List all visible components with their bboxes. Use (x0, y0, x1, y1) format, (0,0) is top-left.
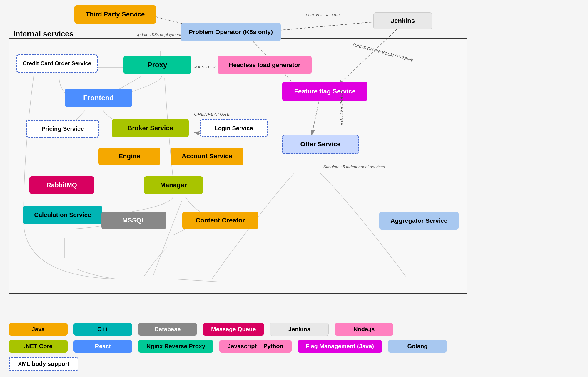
third-party-service-node[interactable]: Third Party Service (74, 5, 156, 24)
legend-net-core: .NET Core (9, 340, 68, 353)
updates-k8s-annotation: Updates K8s deployment (135, 32, 181, 37)
legend-react: React (74, 340, 132, 353)
simulates-annotation: Simulates 5 independent services (323, 165, 385, 169)
diagram-container: Internal services Third Party Service Je… (0, 0, 588, 377)
mssql-node[interactable]: MSSQL (101, 212, 166, 229)
legend-nginx: Nginx Reverse Proxy (138, 340, 213, 353)
openfeature-top-annotation: OPENFEATURE (306, 12, 342, 17)
legend-js-python: Javascript + Python (219, 340, 292, 353)
headless-load-generator-node[interactable]: Headless load generator (218, 56, 312, 74)
legend-database: Database (138, 323, 197, 336)
legend-row-2: .NET Core React Nginx Reverse Proxy Java… (9, 340, 447, 353)
internal-services-box (9, 38, 467, 294)
offer-service-node[interactable]: Offer Service (282, 135, 359, 154)
engine-node[interactable]: Engine (98, 148, 160, 165)
legend-flag-mgmt: Flag Management (Java) (298, 340, 382, 353)
legend-nodejs: Node.js (335, 323, 393, 336)
manager-node[interactable]: Manager (144, 176, 203, 194)
problem-operator-node[interactable]: Problem Operator (K8s only) (181, 23, 281, 41)
account-service-node[interactable]: Account Service (171, 148, 243, 165)
rabbitMQ-node[interactable]: RabbitMQ (29, 176, 94, 194)
legend-java: Java (9, 323, 68, 336)
legend-jenkins: Jenkins (270, 323, 329, 336)
legend-golang: Golang (388, 340, 447, 353)
feature-flag-service-node[interactable]: Feature flag Service (282, 82, 368, 101)
broker-service-node[interactable]: Broker Service (112, 119, 189, 137)
jenkins-node[interactable]: Jenkins (373, 12, 432, 29)
legend-message-queue: Message Queue (203, 323, 264, 336)
pricing-service-node[interactable]: Pricing Service (26, 120, 99, 138)
aggregator-service-node[interactable]: Aggregator Service (379, 212, 459, 230)
legend-row-1: Java C++ Database Message Queue Jenkins … (9, 323, 447, 336)
openfeature-mid-annotation: OPENFEATURE (194, 112, 230, 117)
legend-area: Java C++ Database Message Queue Jenkins … (9, 323, 447, 371)
internal-services-label: Internal services (13, 29, 74, 38)
proxy-node[interactable]: Proxy (123, 56, 191, 74)
legend-row-3: XML body support (9, 357, 447, 371)
calculation-service-node[interactable]: Calculation Service (23, 206, 102, 224)
openfeature-right-annotation: OPENFEATURE (339, 90, 344, 125)
legend-xml-body: XML body support (9, 357, 78, 371)
frontend-node[interactable]: Frontend (65, 89, 132, 107)
content-creator-node[interactable]: Content Creator (182, 212, 258, 229)
legend-cpp: C++ (74, 323, 132, 336)
credit-card-order-node[interactable]: Credit Card Order Service (16, 54, 98, 73)
login-service-node[interactable]: Login Service (200, 119, 268, 137)
